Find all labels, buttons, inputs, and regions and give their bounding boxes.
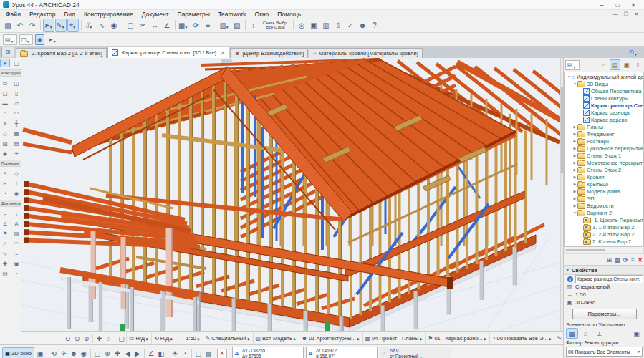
marquee-icon[interactable]: ▢ xyxy=(125,19,136,32)
twisty-icon[interactable]: ▶ xyxy=(572,132,577,136)
view-name-field[interactable]: Каркас разноцв.Стены конт. xyxy=(575,275,643,283)
redo-icon[interactable]: ↷ xyxy=(27,19,38,32)
pen-set-dropdown[interactable]: ☻01 Архитектурны...▶ xyxy=(299,333,362,344)
menu-7[interactable]: Teamwork xyxy=(214,11,251,18)
measure-icon[interactable]: ↕ xyxy=(248,19,259,32)
railing-tool-icon[interactable]: ╫ xyxy=(11,119,21,127)
tree-item-24[interactable]: 2. Кровля Вар 2 xyxy=(565,238,643,245)
tracker-z-box[interactable]: ∕ Δz 0от Проектный .. xyxy=(380,347,451,358)
lamp-tool-icon[interactable]: ☀ xyxy=(11,149,21,158)
tree-item-7[interactable]: Каркас дерево xyxy=(565,116,643,123)
menu-9[interactable]: Помощь xyxy=(273,11,305,18)
doc-restore-icon[interactable]: ❐ xyxy=(624,11,628,17)
intersect-icon[interactable]: ∠ xyxy=(161,19,173,32)
tree-item-12[interactable]: ▶Стены Этаж 1 xyxy=(565,152,643,159)
tab-1[interactable]: 2. Кровля Вар 2 [2. 2-й этаж] xyxy=(16,48,107,58)
tree-item-13[interactable]: ▶Межэтажное перекрытие xyxy=(565,159,643,166)
selection-mode-button[interactable]: ◉ xyxy=(35,34,44,45)
tracker-ra-box[interactable]: Δ Δr 146972α 156,97° xyxy=(306,347,378,358)
column-default-icon[interactable]: ⊥ xyxy=(593,328,605,339)
spline-tool-icon[interactable]: ≈ xyxy=(11,249,21,258)
clone-icon[interactable]: ⟳ xyxy=(623,256,628,263)
layer-combination-dropdown[interactable]: ✎Специальный▶ xyxy=(203,333,253,344)
next-view-icon[interactable]: ▶ xyxy=(133,348,143,358)
tree-item-17[interactable]: ▶Модель дома xyxy=(565,188,643,195)
scale-dropdown[interactable]: ↔1:50▶ xyxy=(176,333,202,344)
morph-tool-icon[interactable]: ◇ xyxy=(0,129,10,137)
organize-icon[interactable]: ▧ xyxy=(231,19,243,32)
shell-tool-icon[interactable]: ◠ xyxy=(11,109,21,117)
tab-4[interactable]: ≡Материалы кровли [Материалы кровли] xyxy=(309,48,422,58)
twisty-icon[interactable]: ▼ xyxy=(572,211,577,215)
tree-item-3[interactable]: Общая Перспектива xyxy=(565,87,643,95)
favorites-panel-icon[interactable]: ▣ xyxy=(630,328,643,339)
vr-tool-icon[interactable]: ◉ xyxy=(11,189,21,198)
quick-layers-label[interactable]: Снять Выбр.Все Слои xyxy=(260,21,291,30)
tree-item-5[interactable]: Каркас разноцв.Стены конт. xyxy=(565,102,643,109)
tab-close-icon[interactable]: ✕ xyxy=(221,50,225,56)
zone-tool-icon[interactable]: ▨ xyxy=(0,139,10,147)
arrow-tool-icon[interactable]: ➤▼ xyxy=(43,19,54,32)
mesh-tool-icon[interactable]: ▦ xyxy=(11,129,21,137)
rotation-dropdown[interactable]: ⟲Н/Д▶ xyxy=(151,333,176,344)
project-map-icon[interactable]: ⌂ xyxy=(598,59,609,70)
teamwork-icon[interactable]: ☻ xyxy=(357,19,368,32)
snap-special-icon[interactable]: ◉ xyxy=(108,19,120,32)
minimize-icon[interactable]: – xyxy=(594,1,610,9)
marquee-3d-icon[interactable]: ▢ xyxy=(193,348,203,358)
menu-4[interactable]: Конструирование xyxy=(80,11,138,18)
model-filter-dropdown[interactable]: ▥Вся Модель▶ xyxy=(253,333,299,344)
cutting-plane-icon[interactable]: ∠ xyxy=(146,348,156,358)
adjust-icon[interactable]: ↔ xyxy=(149,19,160,32)
axonometry-tool-icon[interactable]: ◇ xyxy=(11,169,21,178)
find-select-icon[interactable]: ◎ xyxy=(296,19,307,32)
align-icon[interactable]: ≡ xyxy=(202,19,213,32)
help-icon[interactable]: ? xyxy=(369,19,380,32)
cutaway-icon[interactable]: ◧ xyxy=(156,348,166,358)
level-dimension-tool-icon[interactable]: ↕ xyxy=(11,209,21,218)
3d-window-toggle[interactable]: ▣ 3D-окно xyxy=(2,347,34,358)
explore-icon[interactable]: ✈ xyxy=(59,348,69,358)
tab-overview-button[interactable]: ⊞ xyxy=(1,47,14,57)
menu-5[interactable]: Документ xyxy=(138,11,173,18)
window-tool-icon[interactable]: ▢ xyxy=(0,89,10,97)
tab-2[interactable]: Каркас разноцв.Стены конт. [3D / Все]✕ xyxy=(107,47,229,58)
slab-tool-icon[interactable]: ▱ xyxy=(11,99,21,107)
tree-item-16[interactable]: ▶Крыльцо xyxy=(565,180,643,188)
fit-view-icon[interactable]: ▢ xyxy=(92,348,102,358)
roof-default-icon[interactable]: ⌂ xyxy=(580,328,592,339)
arrow-tool-tool-icon[interactable]: ➤ xyxy=(0,59,10,67)
close-icon[interactable]: ✕ xyxy=(625,1,641,9)
twisty-icon[interactable]: ▶ xyxy=(572,160,577,165)
publish-icon[interactable]: ⇧ xyxy=(332,19,344,32)
beam-tool-icon[interactable]: ▬ xyxy=(0,99,10,107)
pan-icon[interactable]: ✚ xyxy=(112,348,122,358)
renovation-filter-select[interactable]: 00 Показать Все Элементы ▼ xyxy=(566,347,643,357)
group-icon[interactable]: ▦▼ xyxy=(178,19,189,32)
close-palette-icon[interactable]: ✕ xyxy=(217,349,227,358)
twisty-icon[interactable]: ▶ xyxy=(572,146,577,150)
tree-horizontal-scrollbar[interactable] xyxy=(564,248,644,254)
camera-icon[interactable]: ◔ xyxy=(180,348,190,358)
tree-item-2[interactable]: ▼3D Виды xyxy=(565,80,643,87)
menu-3[interactable]: Вид xyxy=(60,11,80,18)
view-map-icon[interactable]: ▤ xyxy=(610,59,620,70)
zoom-reset-icon[interactable]: ⊙ xyxy=(72,333,82,344)
project-chooser-button[interactable]: ▤▼ xyxy=(565,60,580,70)
guide-lines-icon[interactable]: ∿ xyxy=(96,19,107,32)
tab-3[interactable]: ☻[Центр Взаимодействия] xyxy=(230,48,308,58)
twisty-icon[interactable]: ▶ xyxy=(572,139,577,143)
line-tool-icon[interactable]: ∕ xyxy=(0,239,10,248)
sun-shadow-icon[interactable]: ☀ xyxy=(170,348,180,358)
orbit-icon[interactable]: ⟲ xyxy=(49,348,59,358)
zoom-out-icon[interactable]: ⊖ xyxy=(63,333,72,344)
drawing-tool-icon[interactable]: ▤ xyxy=(0,269,10,278)
angle-dimension-tool-icon[interactable]: ∠ xyxy=(0,219,10,228)
view-3d-icon[interactable]: ▣ xyxy=(308,19,319,32)
delete-icon[interactable]: ✕ xyxy=(638,256,643,263)
layout-book-icon[interactable]: ▣ xyxy=(621,59,632,70)
info-icon[interactable]: i xyxy=(567,276,573,282)
tree-item-18[interactable]: ▶ЭП xyxy=(565,195,643,202)
text-tool-icon[interactable]: A xyxy=(11,219,21,228)
stair-tool-icon[interactable]: ≡ xyxy=(0,119,10,127)
